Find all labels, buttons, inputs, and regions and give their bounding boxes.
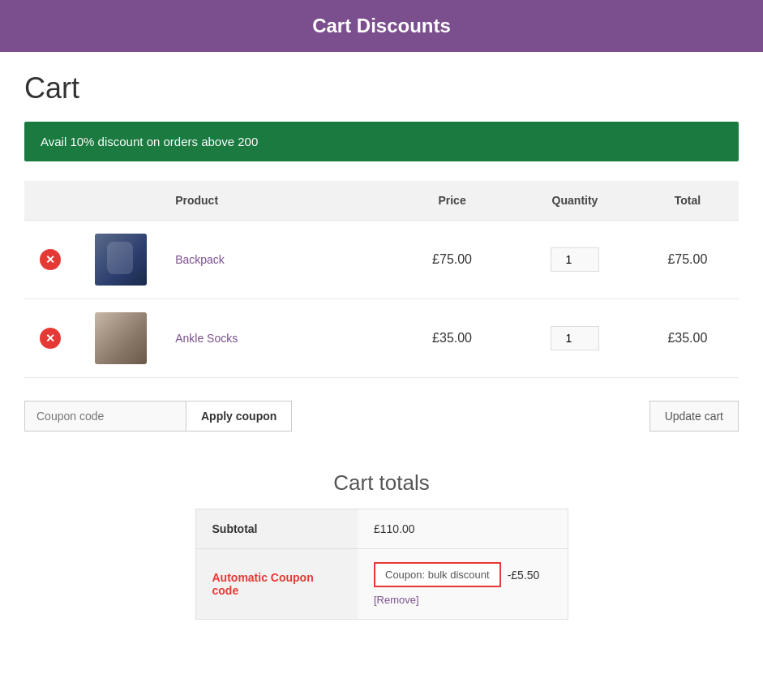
qty-cell-2	[513, 299, 636, 378]
product-cell-1: Backpack	[165, 221, 391, 299]
coupon-code-input[interactable]	[24, 401, 186, 432]
coupon-row: Automatic Coupon code Coupon: bulk disco…	[195, 549, 568, 620]
coupon-section: Apply coupon	[24, 401, 292, 432]
price-cell-2: £35.00	[391, 299, 513, 378]
qty-cell-1	[513, 221, 636, 299]
apply-coupon-button[interactable]: Apply coupon	[186, 401, 292, 432]
product-link-backpack[interactable]: Backpack	[175, 253, 225, 266]
cart-table: Product Price Quantity Total ✕ Backpack …	[24, 181, 739, 378]
auto-coupon-label: Automatic Coupon code	[212, 571, 314, 597]
table-header-row: Product Price Quantity Total	[24, 181, 739, 221]
update-cart-button[interactable]: Update cart	[649, 401, 739, 432]
coupon-badge-container: Coupon: bulk discount -£5.50 [Remove]	[374, 562, 551, 606]
cart-totals-table: Subtotal £110.00 Automatic Coupon code C…	[195, 509, 568, 620]
qty-input-2[interactable]	[551, 326, 599, 350]
cart-totals-title: Cart totals	[333, 470, 430, 496]
subtotal-label: Subtotal	[195, 509, 358, 549]
subtotal-value: £110.00	[358, 509, 568, 549]
product-price-1: £75.00	[432, 252, 472, 266]
page-header: Cart Discounts	[0, 0, 763, 52]
discount-value: -£5.50	[508, 569, 540, 582]
coupon-badge: Coupon: bulk discount	[374, 562, 501, 587]
auto-coupon-label-cell: Automatic Coupon code	[195, 549, 358, 620]
table-row: ✕ Ankle Socks £35.00 £35.00	[24, 299, 739, 378]
product-total-2: £35.00	[667, 331, 707, 345]
cart-totals-section: Cart totals Subtotal £110.00 Automatic C…	[24, 470, 739, 620]
subtotal-row: Subtotal £110.00	[195, 509, 568, 549]
price-cell-1: £75.00	[391, 221, 513, 299]
cart-title: Cart	[24, 71, 739, 105]
col-header-product: Product	[165, 181, 391, 221]
col-header-total: Total	[637, 181, 739, 221]
table-row: ✕ Backpack £75.00 £75.00	[24, 221, 739, 299]
product-total-1: £75.00	[667, 252, 707, 266]
qty-input-1[interactable]	[551, 247, 599, 272]
discount-banner-text: Avail 10% discount on orders above 200	[41, 135, 258, 148]
coupon-value-cell: Coupon: bulk discount -£5.50 [Remove]	[358, 549, 568, 620]
discount-banner: Avail 10% discount on orders above 200	[24, 122, 739, 161]
remove-item-1-button[interactable]: ✕	[40, 249, 61, 270]
col-header-qty: Quantity	[513, 181, 636, 221]
product-image-backpack	[95, 234, 147, 286]
remove-coupon-link[interactable]: [Remove]	[374, 594, 419, 606]
total-cell-2: £35.00	[637, 299, 739, 378]
remove-cell-1: ✕	[24, 221, 75, 299]
image-cell-2	[75, 299, 165, 378]
col-header-price: Price	[391, 181, 513, 221]
total-cell-1: £75.00	[637, 221, 739, 299]
image-cell-1	[75, 221, 165, 299]
remove-cell-2: ✕	[24, 299, 75, 378]
product-price-2: £35.00	[432, 331, 472, 345]
remove-item-2-button[interactable]: ✕	[40, 328, 61, 349]
product-cell-2: Ankle Socks	[165, 299, 391, 378]
main-content: Cart Avail 10% discount on orders above …	[0, 52, 763, 639]
page-title: Cart Discounts	[16, 15, 747, 37]
product-image-socks	[95, 312, 147, 364]
product-link-ankle-socks[interactable]: Ankle Socks	[175, 332, 238, 345]
col-header-image	[75, 181, 165, 221]
cart-actions: Apply coupon Update cart	[24, 394, 739, 438]
col-header-remove	[24, 181, 75, 221]
